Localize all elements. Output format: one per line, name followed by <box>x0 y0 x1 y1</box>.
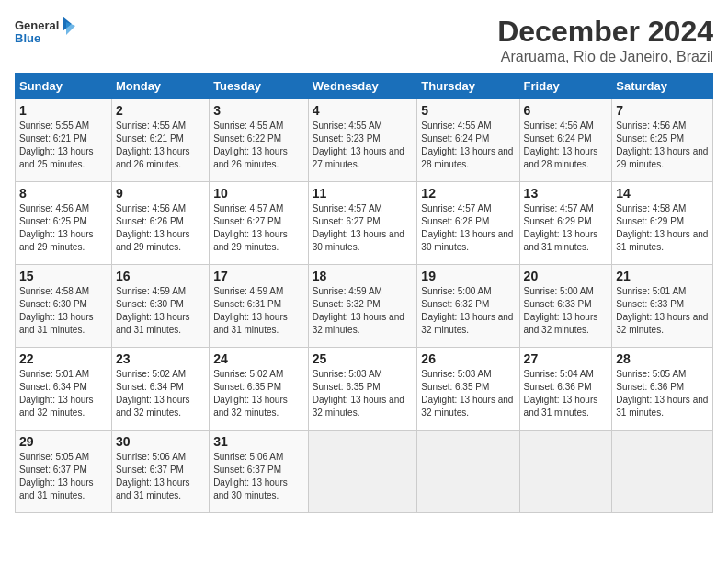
day-number: 7 <box>616 103 709 118</box>
table-row: 31 Sunrise: 5:06 AMSunset: 6:37 PMDaylig… <box>210 431 309 513</box>
table-row: 3 Sunrise: 4:55 AMSunset: 6:22 PMDayligh… <box>210 99 309 182</box>
day-number: 26 <box>421 351 515 366</box>
day-number: 18 <box>313 269 414 283</box>
day-number: 3 <box>213 103 304 118</box>
table-row: 14 Sunrise: 4:58 AMSunset: 6:29 PMDaylig… <box>612 182 713 265</box>
table-row: 2 Sunrise: 4:55 AMSunset: 6:21 PMDayligh… <box>111 99 209 182</box>
day-info: Sunrise: 5:04 AMSunset: 6:36 PMDaylight:… <box>524 369 598 418</box>
day-info: Sunrise: 4:58 AMSunset: 6:29 PMDaylight:… <box>616 203 708 252</box>
table-row: 17 Sunrise: 4:59 AMSunset: 6:31 PMDaylig… <box>210 265 309 348</box>
day-info: Sunrise: 4:57 AMSunset: 6:28 PMDaylight:… <box>421 203 513 252</box>
table-row: 8 Sunrise: 4:56 AMSunset: 6:25 PMDayligh… <box>16 182 112 265</box>
day-number: 23 <box>116 351 205 366</box>
table-row: 21 Sunrise: 5:01 AMSunset: 6:33 PMDaylig… <box>612 265 713 348</box>
table-row: 15 Sunrise: 4:58 AMSunset: 6:30 PMDaylig… <box>16 265 112 348</box>
day-number: 27 <box>524 351 609 366</box>
day-info: Sunrise: 4:59 AMSunset: 6:30 PMDaylight:… <box>116 286 190 335</box>
table-row: 30 Sunrise: 5:06 AMSunset: 6:37 PMDaylig… <box>111 431 209 513</box>
day-info: Sunrise: 4:56 AMSunset: 6:25 PMDaylight:… <box>616 121 708 169</box>
day-info: Sunrise: 4:59 AMSunset: 6:32 PMDaylight:… <box>313 286 404 335</box>
col-friday: Friday <box>519 74 612 99</box>
col-thursday: Thursday <box>417 74 519 99</box>
day-info: Sunrise: 4:55 AMSunset: 6:24 PMDaylight:… <box>421 121 513 169</box>
day-info: Sunrise: 5:00 AMSunset: 6:33 PMDaylight:… <box>524 286 598 335</box>
calendar-table: Sunday Monday Tuesday Wednesday Thursday… <box>15 73 713 513</box>
day-number: 10 <box>213 186 304 201</box>
day-info: Sunrise: 4:57 AMSunset: 6:29 PMDaylight:… <box>524 203 598 252</box>
calendar-row: 8 Sunrise: 4:56 AMSunset: 6:25 PMDayligh… <box>16 182 713 265</box>
table-row: 6 Sunrise: 4:56 AMSunset: 6:24 PMDayligh… <box>519 99 612 182</box>
day-number: 15 <box>19 269 108 283</box>
title-block: December 2024 Araruama, Rio de Janeiro, … <box>497 15 713 65</box>
day-number: 1 <box>19 103 108 118</box>
day-info: Sunrise: 4:59 AMSunset: 6:31 PMDaylight:… <box>213 286 288 335</box>
day-number: 28 <box>616 351 709 366</box>
table-row: 20 Sunrise: 5:00 AMSunset: 6:33 PMDaylig… <box>519 265 612 348</box>
day-info: Sunrise: 4:55 AMSunset: 6:21 PMDaylight:… <box>116 121 190 169</box>
col-tuesday: Tuesday <box>210 74 309 99</box>
table-row: 25 Sunrise: 5:03 AMSunset: 6:35 PMDaylig… <box>308 348 417 431</box>
day-number: 30 <box>116 434 205 449</box>
table-row <box>612 431 713 513</box>
table-row: 9 Sunrise: 4:56 AMSunset: 6:26 PMDayligh… <box>111 182 209 265</box>
col-monday: Monday <box>111 74 209 99</box>
day-number: 24 <box>213 351 304 366</box>
day-number: 2 <box>116 103 205 118</box>
day-info: Sunrise: 5:55 AMSunset: 6:21 PMDaylight:… <box>19 121 94 169</box>
day-number: 25 <box>313 351 414 366</box>
day-info: Sunrise: 5:06 AMSunset: 6:37 PMDaylight:… <box>213 452 288 500</box>
main-title: December 2024 <box>497 15 713 49</box>
day-number: 31 <box>213 434 304 449</box>
table-row: 28 Sunrise: 5:05 AMSunset: 6:36 PMDaylig… <box>612 348 713 431</box>
day-number: 13 <box>524 186 609 201</box>
day-number: 20 <box>524 269 609 283</box>
day-info: Sunrise: 5:03 AMSunset: 6:35 PMDaylight:… <box>421 369 513 418</box>
header-row: Sunday Monday Tuesday Wednesday Thursday… <box>16 74 713 99</box>
calendar-row: 22 Sunrise: 5:01 AMSunset: 6:34 PMDaylig… <box>16 348 713 431</box>
day-number: 12 <box>421 186 515 201</box>
table-row: 7 Sunrise: 4:56 AMSunset: 6:25 PMDayligh… <box>612 99 713 182</box>
logo-svg: General Blue <box>15 15 79 52</box>
day-number: 11 <box>313 186 414 201</box>
calendar-row: 15 Sunrise: 4:58 AMSunset: 6:30 PMDaylig… <box>16 265 713 348</box>
calendar-row: 1 Sunrise: 5:55 AMSunset: 6:21 PMDayligh… <box>16 99 713 182</box>
table-row: 4 Sunrise: 4:55 AMSunset: 6:23 PMDayligh… <box>308 99 417 182</box>
day-info: Sunrise: 5:00 AMSunset: 6:32 PMDaylight:… <box>421 286 513 335</box>
day-info: Sunrise: 4:56 AMSunset: 6:24 PMDaylight:… <box>524 121 598 169</box>
day-info: Sunrise: 4:55 AMSunset: 6:22 PMDaylight:… <box>213 121 288 169</box>
table-row <box>308 431 417 513</box>
day-info: Sunrise: 4:57 AMSunset: 6:27 PMDaylight:… <box>213 203 288 252</box>
table-row: 26 Sunrise: 5:03 AMSunset: 6:35 PMDaylig… <box>417 348 519 431</box>
subtitle: Araruama, Rio de Janeiro, Brazil <box>497 49 713 65</box>
day-number: 21 <box>616 269 709 283</box>
day-info: Sunrise: 5:06 AMSunset: 6:37 PMDaylight:… <box>116 452 190 500</box>
table-row: 1 Sunrise: 5:55 AMSunset: 6:21 PMDayligh… <box>16 99 112 182</box>
calendar-row: 29 Sunrise: 5:05 AMSunset: 6:37 PMDaylig… <box>16 431 713 513</box>
page-header: General Blue December 2024 Araruama, Rio… <box>15 15 713 65</box>
day-number: 4 <box>313 103 414 118</box>
day-info: Sunrise: 4:56 AMSunset: 6:26 PMDaylight:… <box>116 203 190 252</box>
day-number: 5 <box>421 103 515 118</box>
day-info: Sunrise: 4:57 AMSunset: 6:27 PMDaylight:… <box>313 203 404 252</box>
table-row: 18 Sunrise: 4:59 AMSunset: 6:32 PMDaylig… <box>308 265 417 348</box>
day-info: Sunrise: 5:05 AMSunset: 6:36 PMDaylight:… <box>616 369 708 418</box>
table-row: 13 Sunrise: 4:57 AMSunset: 6:29 PMDaylig… <box>519 182 612 265</box>
day-info: Sunrise: 5:05 AMSunset: 6:37 PMDaylight:… <box>19 452 94 500</box>
day-number: 22 <box>19 351 108 366</box>
table-row: 10 Sunrise: 4:57 AMSunset: 6:27 PMDaylig… <box>210 182 309 265</box>
svg-marker-3 <box>66 22 75 35</box>
day-number: 14 <box>616 186 709 201</box>
day-info: Sunrise: 4:58 AMSunset: 6:30 PMDaylight:… <box>19 286 94 335</box>
table-row: 11 Sunrise: 4:57 AMSunset: 6:27 PMDaylig… <box>308 182 417 265</box>
table-row: 5 Sunrise: 4:55 AMSunset: 6:24 PMDayligh… <box>417 99 519 182</box>
day-info: Sunrise: 5:01 AMSunset: 6:34 PMDaylight:… <box>19 369 94 418</box>
day-number: 29 <box>19 434 108 449</box>
svg-text:General: General <box>15 18 59 32</box>
table-row: 12 Sunrise: 4:57 AMSunset: 6:28 PMDaylig… <box>417 182 519 265</box>
table-row: 19 Sunrise: 5:00 AMSunset: 6:32 PMDaylig… <box>417 265 519 348</box>
table-row <box>519 431 612 513</box>
day-info: Sunrise: 5:02 AMSunset: 6:34 PMDaylight:… <box>116 369 190 418</box>
day-info: Sunrise: 5:02 AMSunset: 6:35 PMDaylight:… <box>213 369 288 418</box>
col-saturday: Saturday <box>612 74 713 99</box>
logo: General Blue <box>15 15 79 52</box>
